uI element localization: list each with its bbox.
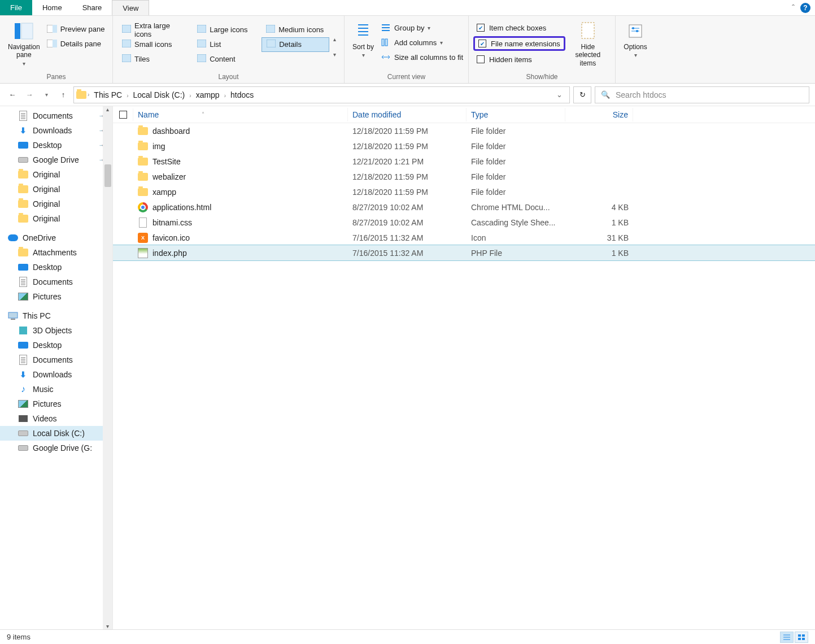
nav-item[interactable]: ♪Music <box>0 382 112 397</box>
row-checkbox[interactable] <box>113 221 133 224</box>
nav-onedrive[interactable]: OneDrive <box>0 230 112 245</box>
navigation-tree[interactable]: Documents📌⬇Downloads📌Desktop📌Google Driv… <box>0 106 113 629</box>
layout-content-button[interactable]: Content <box>193 52 260 67</box>
options-button[interactable]: Options ▾ <box>620 18 651 61</box>
scroll-down-icon[interactable]: ▾ <box>106 623 109 629</box>
file-row[interactable]: dashboard12/18/2020 11:59 PMFile folder <box>113 123 815 138</box>
view-details-button[interactable] <box>780 632 794 643</box>
row-checkbox[interactable] <box>113 206 133 208</box>
nav-item[interactable]: Google Drive📌 <box>0 153 112 167</box>
address-dropdown-icon[interactable]: ⌄ <box>552 90 567 99</box>
nav-item[interactable]: Documents📌 <box>0 108 112 123</box>
breadcrumb-segment[interactable]: xampp <box>193 89 223 101</box>
file-row[interactable]: index.php7/16/2015 11:32 AMPHP File1 KB <box>113 245 815 260</box>
breadcrumb-segment[interactable]: htdocs <box>227 89 257 101</box>
nav-recent-button[interactable]: ▾ <box>40 88 53 102</box>
scroll-up-icon[interactable]: ▴ <box>106 106 109 112</box>
file-row[interactable]: img12/18/2020 11:59 PMFile folder <box>113 138 815 154</box>
layout-scroll-down-icon[interactable]: ▾ <box>333 51 336 58</box>
tab-view[interactable]: View <box>112 0 149 15</box>
layout-list-button[interactable]: List <box>193 37 260 52</box>
layout-lg-button[interactable]: Large icons <box>193 23 260 37</box>
chevron-right-icon[interactable]: › <box>86 92 90 98</box>
nav-item[interactable]: Documents <box>0 353 112 367</box>
nav-item[interactable]: Pictures <box>0 397 112 411</box>
column-type[interactable]: Type <box>467 108 565 121</box>
minimize-ribbon-icon[interactable]: ˆ <box>792 3 795 12</box>
scroll-thumb[interactable] <box>104 164 111 187</box>
row-checkbox[interactable] <box>113 237 133 239</box>
nav-item[interactable]: Original <box>0 197 112 211</box>
search-box[interactable]: 🔍 <box>595 86 809 103</box>
row-checkbox[interactable] <box>113 130 133 132</box>
nav-item[interactable]: Attachments <box>0 245 112 260</box>
item-check-boxes-toggle[interactable]: ✔ Item check boxes <box>473 20 565 35</box>
row-checkbox[interactable] <box>113 176 133 178</box>
file-row[interactable]: TestSite12/21/2020 1:21 PMFile folder <box>113 154 815 169</box>
layout-tiles-button[interactable]: Tiles <box>117 52 191 67</box>
tab-file[interactable]: File <box>0 0 32 15</box>
nav-item[interactable]: Desktop📌 <box>0 138 112 153</box>
nav-item[interactable]: 3D Objects <box>0 323 112 338</box>
nav-item[interactable]: Pictures <box>0 289 112 304</box>
row-checkbox[interactable] <box>113 160 133 163</box>
nav-item[interactable]: Documents <box>0 275 112 289</box>
nav-item[interactable]: Local Disk (C:) <box>0 426 112 441</box>
search-input[interactable] <box>616 90 803 99</box>
file-row[interactable]: applications.html8/27/2019 10:02 AMChrom… <box>113 199 815 215</box>
file-row[interactable]: webalizer12/18/2020 11:59 PMFile folder <box>113 169 815 184</box>
layout-icon <box>197 25 206 34</box>
nav-forward-button[interactable]: → <box>23 88 36 102</box>
tab-home[interactable]: Home <box>32 0 72 15</box>
group-by-button[interactable]: Group by ▾ <box>377 20 467 35</box>
layout-md-button[interactable]: Medium icons <box>262 23 329 37</box>
column-name[interactable]: Name˄ <box>133 108 348 121</box>
file-name-extensions-toggle[interactable]: ✔ File name extensions <box>473 36 565 51</box>
file-row[interactable]: xampp12/18/2020 11:59 PMFile folder <box>113 184 815 199</box>
file-row[interactable]: bitnami.css8/27/2019 10:02 AMCascading S… <box>113 215 815 230</box>
layout-details-button[interactable]: Details <box>262 37 329 52</box>
nav-item[interactable]: Videos <box>0 411 112 426</box>
breadcrumb-segment[interactable]: This PC <box>90 89 125 101</box>
add-columns-button[interactable]: Add columns ▾ <box>377 35 467 50</box>
layout-scroll-up-icon[interactable]: ▴ <box>333 36 336 42</box>
sort-by-button[interactable]: Sort by ▾ <box>349 18 377 61</box>
column-size[interactable]: Size <box>565 108 633 121</box>
nav-back-button[interactable]: ← <box>6 88 19 102</box>
size-columns-fit-button[interactable]: Size all columns to fit <box>377 50 467 64</box>
nav-item[interactable]: Google Drive (G: <box>0 441 112 455</box>
nav-item[interactable]: Original <box>0 182 112 197</box>
nav-item[interactable]: Original <box>0 211 112 226</box>
preview-pane-button[interactable]: Preview pane <box>43 21 108 36</box>
svg-rect-12 <box>122 54 131 62</box>
nav-item[interactable]: Original <box>0 167 112 182</box>
navigation-pane-button[interactable]: Navigation pane ▾ <box>5 18 43 69</box>
nav-item[interactable]: ⬇Downloads <box>0 367 112 382</box>
layout-xl-button[interactable]: Extra large icons <box>117 23 191 37</box>
layout-sm-button[interactable]: Small icons <box>117 37 191 52</box>
nav-this-pc[interactable]: This PC <box>0 308 112 323</box>
help-icon[interactable]: ? <box>800 3 810 13</box>
nav-item[interactable]: ⬇Downloads📌 <box>0 123 112 138</box>
chevron-right-icon[interactable]: › <box>223 93 227 99</box>
hidden-items-toggle[interactable]: Hidden items <box>473 52 565 67</box>
details-pane-button[interactable]: Details pane <box>43 36 108 51</box>
breadcrumb-segment[interactable]: Local Disk (C:) <box>129 89 188 101</box>
nav-item[interactable]: Desktop <box>0 260 112 275</box>
column-date[interactable]: Date modified <box>348 108 467 121</box>
nav-item[interactable]: Desktop <box>0 338 112 353</box>
row-checkbox[interactable] <box>113 191 133 193</box>
breadcrumb[interactable]: › This PC›Local Disk (C:)›xampp›htdocs ⌄ <box>73 86 570 103</box>
hide-selected-icon <box>577 20 599 42</box>
nav-scrollbar[interactable]: ▴ ▾ <box>103 106 112 629</box>
nav-up-button[interactable]: ↑ <box>56 88 70 102</box>
hide-selected-items-button[interactable]: Hide selected items <box>565 18 611 69</box>
view-large-icons-button[interactable] <box>795 632 808 643</box>
chevron-right-icon[interactable]: › <box>188 93 192 99</box>
row-checkbox[interactable] <box>113 145 133 147</box>
file-row[interactable]: Xfavicon.ico7/16/2015 11:32 AMIcon31 KB <box>113 230 815 245</box>
refresh-button[interactable]: ↻ <box>573 86 591 103</box>
tab-share[interactable]: Share <box>72 0 112 15</box>
column-checkbox[interactable] <box>113 108 133 121</box>
row-checkbox[interactable] <box>113 252 133 254</box>
